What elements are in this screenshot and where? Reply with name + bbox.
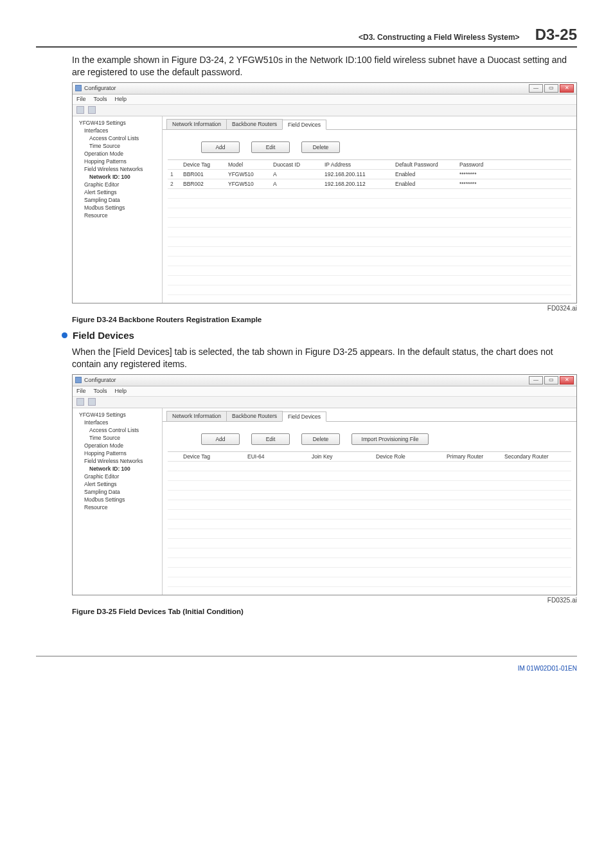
toolbar-icon-1[interactable] [76, 106, 84, 114]
tree-item[interactable]: Time Source [74, 142, 161, 150]
tab-backbone-routers[interactable]: Backbone Routers [226, 119, 283, 129]
footer-rule [36, 656, 577, 656]
col-duocast-id: Duocast ID [271, 161, 322, 168]
menu-help[interactable]: Help [115, 96, 127, 102]
figure-id-1: FD0324.ai [36, 305, 577, 312]
col-password: Password [457, 161, 508, 168]
menu-help[interactable]: Help [115, 388, 127, 394]
table-row [168, 568, 571, 577]
maximize-button[interactable]: ▭ [544, 84, 558, 93]
close-button[interactable]: ✕ [560, 376, 574, 384]
table-row [168, 539, 571, 548]
window-titlebar: Configurator — ▭ ✕ [73, 375, 576, 386]
tabstrip: Network Information Backbone Routers Fie… [163, 116, 576, 130]
tree-item[interactable]: Hopping Patterns [74, 158, 161, 165]
delete-button[interactable]: Delete [301, 433, 340, 445]
tree-item[interactable]: Alert Settings [74, 188, 161, 196]
menu-file[interactable]: File [76, 96, 86, 102]
toolbar-icon-2[interactable] [88, 106, 96, 114]
tree-item[interactable]: Modbus Settings [74, 204, 161, 212]
table-row [168, 189, 571, 199]
table-row [168, 577, 571, 587]
tree-item[interactable]: Resource [74, 503, 161, 511]
app-icon [75, 85, 82, 91]
tree-item[interactable]: Field Wireless Networks [74, 457, 161, 465]
tree-item[interactable]: Time Source [74, 434, 161, 442]
content-pane: Network Information Backbone Routers Fie… [163, 408, 576, 595]
table-row [168, 218, 571, 228]
edit-button[interactable]: Edit [251, 141, 290, 153]
col-device-role: Device Role [373, 453, 444, 460]
tab-network-info[interactable]: Network Information [166, 411, 227, 421]
bullet-icon [62, 332, 67, 338]
add-button[interactable]: Add [201, 141, 240, 153]
window-title: Configurator [84, 85, 116, 91]
tree-item[interactable]: Field Wireless Networks [74, 165, 161, 173]
figure-caption-1: Figure D3-24 Backbone Routers Registrati… [72, 316, 577, 323]
tree-root[interactable]: YFGW419 Settings [74, 411, 161, 419]
tab-field-devices[interactable]: Field Devices [282, 411, 326, 422]
table-row[interactable]: 1 BBR001 YFGW510 A 192.168.200.111 Enabl… [168, 170, 571, 179]
table-row [168, 199, 571, 208]
tree-root[interactable]: YFGW419 Settings [74, 119, 161, 127]
toolbar [73, 105, 576, 116]
figure-caption-2: Figure D3-25 Field Devices Tab (Initial … [72, 608, 577, 615]
tree-item[interactable]: Graphic Editor [74, 473, 161, 480]
delete-button[interactable]: Delete [301, 141, 340, 153]
menu-file[interactable]: File [76, 388, 86, 394]
section-paragraph: When the [Field Devices] tab is selected… [72, 346, 577, 370]
import-provisioning-button[interactable]: Import Provisioning File [351, 433, 429, 445]
table-row [168, 481, 571, 491]
header-section: <D3. Constructing a Field Wireless Syste… [359, 33, 520, 42]
table-row [168, 285, 571, 295]
tree-item[interactable]: Sampling Data [74, 488, 161, 496]
toolbar-icon-2[interactable] [88, 398, 96, 406]
tab-backbone-routers[interactable]: Backbone Routers [226, 411, 283, 421]
tree-item[interactable]: Alert Settings [74, 480, 161, 488]
screenshot-field-devices: Configurator — ▭ ✕ File Tools Help YFGW4… [72, 374, 577, 595]
menubar: File Tools Help [73, 386, 576, 397]
table-row [168, 228, 571, 237]
tree-item-selected[interactable]: Network ID: 100 [74, 465, 161, 473]
tree-item[interactable]: Graphic Editor [74, 181, 161, 188]
tab-field-devices[interactable]: Field Devices [282, 120, 326, 130]
table-row [168, 491, 571, 500]
field-devices-grid: Device Tag EUI-64 Join Key Device Role P… [168, 451, 571, 587]
window-titlebar: Configurator — ▭ ✕ [73, 83, 576, 95]
col-default-password: Default Password [393, 161, 457, 168]
toolbar [73, 397, 576, 408]
table-row [168, 558, 571, 568]
menubar: File Tools Help [73, 95, 576, 105]
menu-tools[interactable]: Tools [94, 388, 107, 394]
maximize-button[interactable]: ▭ [544, 376, 558, 384]
tree-item[interactable]: Operation Mode [74, 150, 161, 158]
col-device-tag: Device Tag [181, 453, 245, 460]
tree-item[interactable]: Interfaces [74, 419, 161, 426]
table-row[interactable]: 2 BBR002 YFGW510 A 192.168.200.112 Enabl… [168, 179, 571, 189]
tabstrip: Network Information Backbone Routers Fie… [163, 408, 576, 422]
tree-item[interactable]: Sampling Data [74, 196, 161, 204]
table-row [168, 510, 571, 520]
tree-item[interactable]: Modbus Settings [74, 496, 161, 503]
section-heading: Field Devices [73, 330, 134, 341]
tree-item[interactable]: Interfaces [74, 127, 161, 134]
close-button[interactable]: ✕ [560, 84, 574, 93]
tab-network-info[interactable]: Network Information [166, 119, 227, 129]
tree-item-selected[interactable]: Network ID: 100 [74, 173, 161, 181]
edit-button[interactable]: Edit [251, 433, 290, 445]
tree-item[interactable]: Access Control Lists [74, 426, 161, 434]
tree-item[interactable]: Access Control Lists [74, 134, 161, 142]
col-ip-address: IP Address [322, 161, 393, 168]
minimize-button[interactable]: — [529, 84, 543, 93]
toolbar-icon-1[interactable] [76, 398, 84, 406]
content-pane: Network Information Backbone Routers Fie… [163, 116, 576, 303]
tree-item[interactable]: Operation Mode [74, 442, 161, 449]
minimize-button[interactable]: — [529, 376, 543, 384]
menu-tools[interactable]: Tools [94, 96, 107, 102]
table-row [168, 237, 571, 247]
table-row [168, 266, 571, 276]
tree-item[interactable]: Resource [74, 212, 161, 219]
tree-item[interactable]: Hopping Patterns [74, 449, 161, 457]
add-button[interactable]: Add [201, 433, 240, 445]
table-row [168, 500, 571, 510]
